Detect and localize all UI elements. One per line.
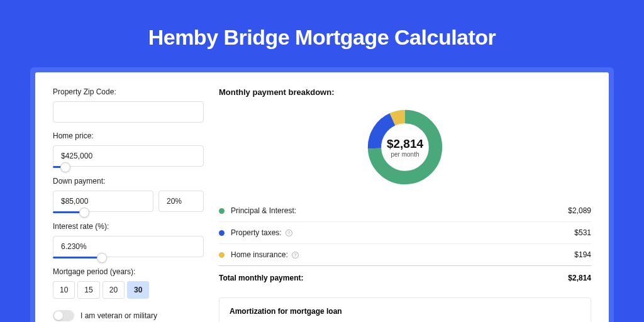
down-payment-label: Down payment: — [53, 177, 204, 186]
veteran-row: I am veteran or military — [53, 310, 204, 321]
down-payment-input[interactable] — [53, 191, 153, 212]
page-title: Hemby Bridge Mortgage Calculator — [30, 25, 614, 50]
total-row: Total monthly payment: $2,814 — [219, 266, 591, 292]
home-price-field: Home price: — [53, 131, 204, 168]
dot-icon — [219, 230, 225, 236]
info-icon[interactable]: ? — [286, 230, 292, 236]
amortization-box: Amortization for mortgage loan Amortizat… — [219, 297, 591, 322]
donut-sublabel: per month — [391, 151, 419, 158]
breakdown-column: Monthly payment breakdown: $2,814 per mo… — [219, 87, 591, 322]
period-20[interactable]: 20 — [103, 281, 125, 299]
period-field: Mortgage period (years): 10 15 20 30 — [53, 267, 204, 299]
dot-icon — [219, 252, 225, 258]
legend-label: Principal & Interest: — [231, 206, 568, 215]
interest-input[interactable] — [53, 236, 204, 257]
breakdown-title: Monthly payment breakdown: — [219, 87, 591, 97]
home-price-label: Home price: — [53, 131, 204, 140]
zip-input[interactable] — [53, 101, 204, 123]
legend-row-principal: Principal & Interest: $2,089 — [219, 200, 591, 222]
interest-label: Interest rate (%): — [53, 222, 204, 231]
donut-chart: $2,814 per month — [365, 107, 445, 187]
zip-label: Property Zip Code: — [53, 87, 204, 96]
total-label: Total monthly payment: — [219, 274, 568, 282]
amortization-title: Amortization for mortgage loan — [230, 307, 580, 316]
legend-label: Home insurance: ? — [231, 250, 574, 259]
legend-value: $194 — [574, 250, 591, 259]
interest-field: Interest rate (%): — [53, 222, 204, 258]
home-price-slider[interactable] — [53, 166, 65, 168]
card-shadow: Property Zip Code: Home price: Down paym… — [30, 67, 614, 322]
period-options: 10 15 20 30 — [53, 281, 204, 299]
period-15[interactable]: 15 — [77, 281, 99, 299]
calculator-card: Property Zip Code: Home price: Down paym… — [35, 72, 609, 322]
veteran-toggle[interactable] — [53, 310, 74, 321]
form-column: Property Zip Code: Home price: Down paym… — [53, 87, 204, 322]
interest-slider[interactable] — [53, 257, 102, 258]
down-payment-pct-input[interactable] — [158, 191, 204, 212]
home-price-input[interactable] — [53, 145, 204, 167]
period-30[interactable]: 30 — [127, 281, 149, 299]
down-payment-slider[interactable] — [53, 211, 84, 213]
legend-label: Property taxes: ? — [231, 228, 574, 237]
zip-field: Property Zip Code: — [53, 87, 204, 123]
legend-row-insurance: Home insurance: ? $194 — [219, 244, 591, 266]
period-10[interactable]: 10 — [53, 281, 75, 299]
veteran-label: I am veteran or military — [80, 311, 157, 320]
legend: Principal & Interest: $2,089 Property ta… — [219, 200, 591, 266]
period-label: Mortgage period (years): — [53, 267, 204, 276]
dot-icon — [219, 208, 225, 214]
donut-wrap: $2,814 per month — [219, 107, 591, 187]
total-value: $2,814 — [568, 274, 591, 282]
legend-value: $531 — [574, 228, 591, 237]
info-icon[interactable]: ? — [292, 252, 299, 258]
legend-value: $2,089 — [568, 206, 591, 215]
legend-row-taxes: Property taxes: ? $531 — [219, 222, 591, 244]
down-payment-field: Down payment: — [53, 177, 204, 213]
donut-value: $2,814 — [387, 137, 423, 151]
